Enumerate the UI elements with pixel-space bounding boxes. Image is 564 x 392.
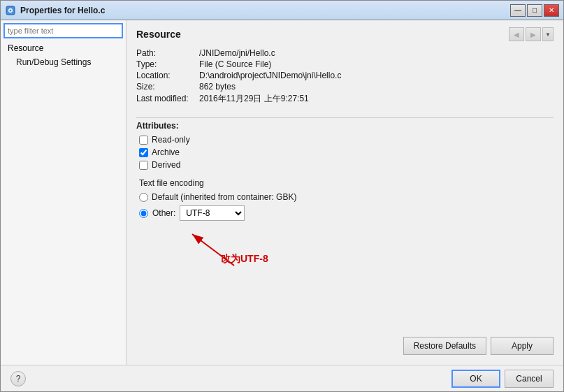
sidebar: Resource Run/Debug Settings bbox=[1, 20, 126, 365]
footer: ? OK Cancel bbox=[1, 365, 563, 391]
filter-input[interactable] bbox=[3, 23, 123, 38]
attributes-title: Attributes: bbox=[136, 121, 554, 131]
encoding-section: Text file encoding Default (inherited fr… bbox=[136, 178, 554, 221]
other-encoding-row: Other: UTF-8 UTF-16 GBK ISO-8859-1 bbox=[139, 205, 554, 221]
size-label: Size: bbox=[136, 82, 199, 92]
location-label: Location: bbox=[136, 71, 199, 80]
apply-button[interactable]: Apply bbox=[491, 337, 554, 355]
attributes-section: Attributes: Read-only Archive Derived bbox=[136, 121, 554, 173]
readonly-checkbox[interactable] bbox=[139, 136, 148, 145]
nav-forward-button[interactable]: ▶ bbox=[526, 27, 541, 41]
info-row-path: Path: /JNIDemo/jni/Hello.c bbox=[136, 48, 554, 58]
maximize-button[interactable]: □ bbox=[527, 4, 542, 17]
properties-window: Properties for Hello.c — □ ✕ Resource Ru… bbox=[0, 0, 564, 392]
default-encoding-label: Default (inherited from container: GBK) bbox=[152, 192, 296, 202]
path-value: /JNIDemo/jni/Hello.c bbox=[199, 48, 275, 58]
encoding-select[interactable]: UTF-8 UTF-16 GBK ISO-8859-1 bbox=[180, 205, 245, 221]
svg-point-2 bbox=[10, 9, 12, 11]
panel-header: Resource ◀ ▶ ▼ bbox=[136, 27, 554, 41]
derived-row: Derived bbox=[139, 160, 554, 170]
modified-value: 2016年11月29日 上午9:27:51 bbox=[199, 93, 309, 105]
window-icon bbox=[5, 5, 16, 16]
info-row-type: Type: File (C Source File) bbox=[136, 59, 554, 69]
close-button[interactable]: ✕ bbox=[544, 4, 559, 17]
content-area: Resource Run/Debug Settings Resource ◀ ▶… bbox=[1, 20, 563, 365]
restore-defaults-button[interactable]: Restore Defaults bbox=[403, 337, 486, 355]
footer-buttons: OK Cancel bbox=[451, 370, 554, 388]
minimize-button[interactable]: — bbox=[510, 4, 526, 17]
default-encoding-row: Default (inherited from container: GBK) bbox=[139, 192, 554, 202]
info-row-modified: Last modified: 2016年11月29日 上午9:27:51 bbox=[136, 93, 554, 105]
action-button-row: Restore Defaults Apply bbox=[136, 333, 554, 358]
derived-label: Derived bbox=[152, 160, 180, 170]
modified-label: Last modified: bbox=[136, 94, 199, 103]
annotation-text: 改为UTF-8 bbox=[221, 253, 268, 266]
titlebar-controls: — □ ✕ bbox=[510, 4, 559, 17]
default-encoding-radio[interactable] bbox=[139, 193, 148, 202]
window-title: Properties for Hello.c bbox=[20, 6, 510, 15]
info-row-location: Location: D:\android\project\JNIDemo\jni… bbox=[136, 71, 554, 80]
sidebar-item-run-debug[interactable]: Run/Debug Settings bbox=[3, 55, 123, 69]
other-encoding-label: Other: bbox=[152, 208, 175, 218]
other-encoding-radio[interactable] bbox=[139, 209, 148, 218]
type-value: File (C Source File) bbox=[199, 59, 271, 69]
archive-checkbox[interactable] bbox=[139, 148, 148, 157]
location-value: D:\android\project\JNIDemo\jni\Hello.c bbox=[199, 71, 341, 80]
main-panel: Resource ◀ ▶ ▼ Path: /JNIDemo/jni/Hello.… bbox=[126, 20, 563, 365]
separator-1 bbox=[136, 117, 554, 118]
archive-row: Archive bbox=[139, 147, 554, 157]
path-label: Path: bbox=[136, 48, 199, 58]
panel-title: Resource bbox=[136, 29, 181, 40]
spacer bbox=[136, 280, 554, 333]
titlebar: Properties for Hello.c — □ ✕ bbox=[1, 1, 563, 20]
ok-button[interactable]: OK bbox=[451, 370, 500, 388]
annotation-area: 改为UTF-8 bbox=[136, 224, 554, 280]
cancel-button[interactable]: Cancel bbox=[505, 370, 554, 388]
nav-arrows: ◀ ▶ ▼ bbox=[509, 27, 554, 41]
type-label: Type: bbox=[136, 59, 199, 69]
sidebar-item-resource[interactable]: Resource bbox=[3, 41, 123, 55]
info-table: Path: /JNIDemo/jni/Hello.c Type: File (C… bbox=[136, 48, 554, 106]
encoding-title: Text file encoding bbox=[139, 178, 554, 188]
archive-label: Archive bbox=[152, 147, 180, 157]
derived-checkbox[interactable] bbox=[139, 161, 148, 170]
help-button[interactable]: ? bbox=[10, 371, 26, 386]
nav-back-button[interactable]: ◀ bbox=[509, 27, 524, 41]
info-row-size: Size: 862 bytes bbox=[136, 82, 554, 92]
readonly-label: Read-only bbox=[152, 135, 190, 145]
nav-dropdown-button[interactable]: ▼ bbox=[542, 27, 554, 41]
size-value: 862 bytes bbox=[199, 82, 236, 92]
readonly-row: Read-only bbox=[139, 135, 554, 145]
